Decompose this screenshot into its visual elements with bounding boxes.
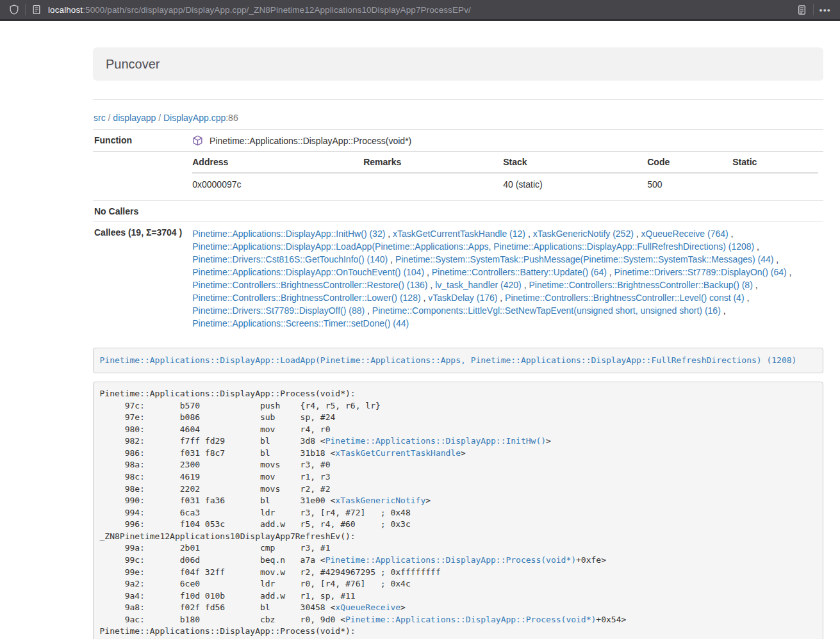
loadapp-highlight-box: Pinetime::Applications::DisplayApp::Load… bbox=[93, 348, 823, 373]
address-bar[interactable]: localhost:5000/path/src/displayapp/Displ… bbox=[48, 5, 790, 15]
column-header-address: Address bbox=[192, 157, 363, 173]
callee-link[interactable]: Pinetime::Applications::DisplayApp::OnTo… bbox=[192, 267, 424, 277]
function-label: Function bbox=[93, 130, 187, 152]
shield-icon[interactable] bbox=[9, 4, 19, 15]
callee-link[interactable]: Pinetime::Drivers::St7789::DisplayOff() … bbox=[192, 305, 365, 316]
breadcrumb: src / displayapp / DisplayApp.cpp:86 bbox=[94, 113, 823, 123]
callee-link[interactable]: lv_task_handler (420) bbox=[435, 280, 522, 290]
reader-view-icon[interactable] bbox=[796, 4, 807, 15]
stats-row-container: AddressRemarksStackCodeStatic 0x0000097c… bbox=[93, 152, 823, 201]
callee-link[interactable]: Pinetime::Controllers::BrightnessControl… bbox=[192, 280, 427, 290]
callee-link[interactable]: Pinetime::Drivers::St7789::DisplayOn() (… bbox=[614, 267, 787, 277]
stats-header-row: AddressRemarksStackCodeStatic bbox=[192, 157, 818, 173]
callees-label: Callees (19, Σ=3704 ) bbox=[93, 222, 187, 336]
callees-list: Pinetime::Applications::DisplayApp::Init… bbox=[187, 222, 823, 336]
page-content: Puncover src / displayapp / DisplayApp.c… bbox=[93, 47, 823, 639]
menu-dots-icon[interactable]: ••• bbox=[819, 5, 831, 15]
callee-link[interactable]: Pinetime::Applications::Screens::Timer::… bbox=[192, 318, 409, 328]
function-row: Function Pinetime::Applications::Display… bbox=[93, 130, 823, 152]
callee-link[interactable]: Pinetime::Applications::DisplayApp::Load… bbox=[192, 241, 754, 252]
stats-row-label-empty bbox=[93, 152, 187, 201]
breadcrumb-link[interactable]: src bbox=[94, 113, 106, 123]
no-callers-empty-cell bbox=[187, 201, 823, 222]
url-path: :5000/path/src/displayapp/DisplayApp.cpp… bbox=[83, 5, 471, 15]
stats-data-row: 0x0000097c40 (static)500 bbox=[192, 173, 818, 195]
toolbar-separator bbox=[813, 4, 814, 15]
callee-link[interactable]: Pinetime::Controllers::BrightnessControl… bbox=[192, 293, 420, 303]
callee-link[interactable]: Pinetime::Components::LittleVgl::SetNewT… bbox=[372, 305, 721, 316]
url-host: localhost bbox=[48, 5, 83, 15]
disassembly-code: Pinetime::Applications::DisplayApp::Proc… bbox=[93, 382, 823, 639]
no-callers-label: No Callers bbox=[93, 201, 187, 222]
page-icon[interactable] bbox=[31, 4, 42, 15]
column-header-code: Code bbox=[647, 157, 732, 173]
callee-link[interactable]: Pinetime::Drivers::Cst816S::GetTouchInfo… bbox=[192, 254, 388, 264]
breadcrumb-link[interactable]: DisplayApp.cpp bbox=[163, 113, 226, 123]
toolbar-separator bbox=[25, 4, 26, 15]
callee-link[interactable]: vTaskDelay (176) bbox=[428, 293, 497, 303]
stat-value: 500 bbox=[647, 173, 732, 195]
disasm-symbol-link[interactable]: Pinetime::Applications::DisplayApp::Proc… bbox=[345, 615, 596, 624]
disasm-symbol-link[interactable]: Pinetime::Applications::DisplayApp::Proc… bbox=[325, 555, 576, 565]
callee-link[interactable]: Pinetime::Controllers::BrightnessControl… bbox=[529, 280, 752, 290]
column-header-stack: Stack bbox=[503, 157, 647, 173]
callees-row: Callees (19, Σ=3704 ) Pinetime::Applicat… bbox=[93, 222, 823, 336]
function-table: Function Pinetime::Applications::Display… bbox=[93, 129, 823, 335]
column-header-remarks: Remarks bbox=[363, 157, 503, 173]
breadcrumb-line-number: :86 bbox=[226, 113, 238, 123]
callee-link[interactable]: Pinetime::System::SystemTask::PushMessag… bbox=[395, 254, 774, 264]
callee-link[interactable]: Pinetime::Applications::DisplayApp::Init… bbox=[192, 229, 385, 239]
disasm-symbol-link[interactable]: xQueueReceive bbox=[335, 603, 400, 612]
stat-value bbox=[732, 173, 818, 195]
callee-link[interactable]: xQueueReceive (764) bbox=[641, 229, 729, 239]
browser-toolbar: localhost:5000/path/src/displayapp/Displ… bbox=[0, 0, 840, 21]
callee-link[interactable]: Pinetime::Controllers::Battery::Update()… bbox=[432, 267, 607, 277]
column-header-static: Static bbox=[732, 157, 818, 173]
disasm-symbol-link[interactable]: xTaskGenericNotify bbox=[335, 496, 425, 505]
stat-value bbox=[363, 173, 503, 195]
app-header: Puncover bbox=[93, 47, 823, 81]
loadapp-link[interactable]: Pinetime::Applications::DisplayApp::Load… bbox=[100, 355, 797, 365]
stats-table: AddressRemarksStackCodeStatic 0x0000097c… bbox=[192, 157, 818, 195]
stat-value: 40 (static) bbox=[503, 173, 647, 195]
stat-value: 0x0000097c bbox=[192, 173, 363, 195]
callee-link[interactable]: Pinetime::Controllers::BrightnessControl… bbox=[505, 293, 744, 303]
page-title: Puncover bbox=[106, 57, 160, 71]
no-callers-row: No Callers bbox=[93, 201, 823, 222]
callee-link[interactable]: xTaskGenericNotify (252) bbox=[533, 229, 634, 239]
divider bbox=[93, 99, 823, 100]
disasm-symbol-link[interactable]: xTaskGetCurrentTaskHandle bbox=[335, 448, 461, 458]
function-name: Pinetime::Applications::DisplayApp::Proc… bbox=[210, 136, 411, 146]
callee-link[interactable]: xTaskGetCurrentTaskHandle (12) bbox=[393, 229, 525, 239]
disasm-symbol-link[interactable]: Pinetime::Applications::DisplayApp::Init… bbox=[325, 436, 546, 446]
breadcrumb-link[interactable]: displayapp bbox=[113, 113, 156, 123]
package-icon bbox=[192, 135, 203, 146]
